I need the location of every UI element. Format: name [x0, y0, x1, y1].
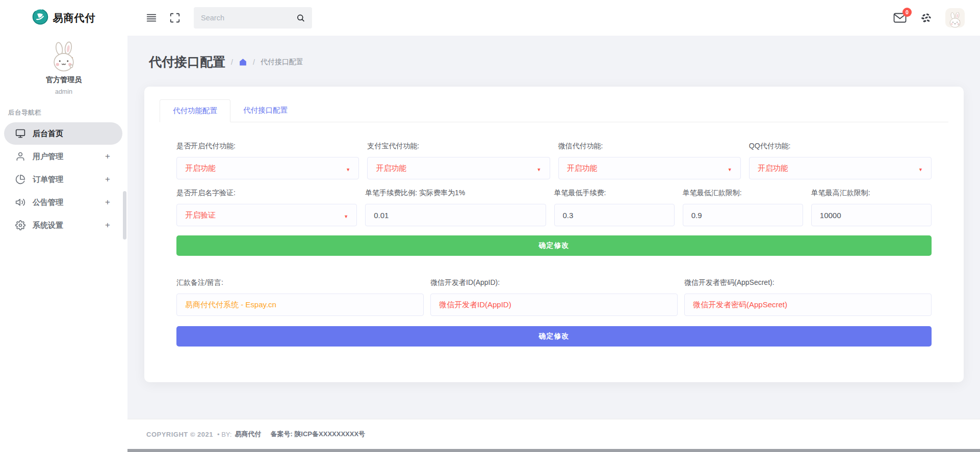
sidebar-item-dashboard[interactable]: 后台首页 [4, 122, 122, 145]
sidebar-menu: 后台首页 用户管理 + 订单管理 + 公告管理 [0, 122, 127, 236]
brand-name: 易商代付 [53, 11, 96, 25]
mail-badge: 0 [902, 8, 912, 17]
gear-icon [15, 220, 25, 230]
brand[interactable]: 易商代付 [0, 0, 127, 36]
sidebar-item-label: 后台首页 [33, 129, 63, 139]
sidebar-section-label: 后台导航栏 [0, 109, 127, 117]
min-fee-input[interactable] [554, 204, 675, 226]
field-wechat-payout: 微信代付功能: 开启功能 [558, 142, 741, 179]
chevron-down-icon [537, 164, 541, 173]
chevron-down-icon [346, 164, 350, 173]
field-label: 微信代付功能: [558, 142, 741, 151]
sidebar-scrollbar[interactable] [123, 191, 126, 240]
apps-icon[interactable] [920, 12, 932, 24]
field-label: 单笔最高汇款限制: [811, 189, 932, 198]
chevron-down-icon [728, 164, 732, 173]
fullscreen-icon[interactable] [169, 12, 180, 23]
sidebar: 易商代付 官方管理员 admin 后台导航栏 后台首页 用户管理 + [0, 0, 127, 452]
max-amount-input[interactable] [811, 204, 932, 226]
form-row-2: 是否开启名字验证: 开启验证 单笔手续费比例: 实际费率为1% 单笔最低手续费: [176, 189, 932, 226]
page-title: 代付接口配置 [149, 54, 225, 70]
sidebar-item-settings[interactable]: 系统设置 + [4, 214, 122, 236]
enable-payout-select[interactable]: 开启功能 [176, 157, 359, 179]
wechat-appid-input[interactable] [430, 294, 678, 316]
wechat-payout-select[interactable]: 开启功能 [558, 157, 741, 179]
wechat-appsecret-input[interactable] [684, 294, 932, 316]
footer-by-label: • BY: [217, 431, 231, 438]
field-label: 支付宝代付功能: [367, 142, 550, 151]
hamburger-menu-icon[interactable] [146, 12, 157, 23]
select-value: 开启功能 [567, 164, 598, 173]
select-value: 开启验证 [185, 210, 216, 220]
expand-plus-icon: + [105, 174, 110, 184]
brand-logo-icon [32, 9, 48, 27]
breadcrumb-current: 代付接口配置 [261, 58, 303, 67]
field-label: 是否开启名字验证: [176, 189, 357, 198]
top-navbar: 0 [127, 0, 980, 36]
sidebar-item-label: 系统设置 [33, 221, 63, 230]
user-icon [15, 151, 25, 162]
search-input[interactable] [201, 14, 296, 22]
desktop-icon [15, 128, 25, 139]
field-max-amount: 单笔最高汇款限制: [811, 189, 932, 226]
field-alipay-payout: 支付宝代付功能: 开启功能 [367, 142, 550, 179]
field-label: QQ代付功能: [749, 142, 932, 151]
remark-input[interactable] [176, 294, 424, 316]
sidebar-item-announcements[interactable]: 公告管理 + [4, 191, 122, 214]
field-label: 是否开启代付功能: [176, 142, 359, 151]
chevron-down-icon [344, 211, 348, 220]
sidebar-item-label: 订单管理 [33, 175, 63, 184]
tab-payout-interface-config[interactable]: 代付接口配置 [230, 99, 300, 122]
config-card: 代付功能配置 代付接口配置 是否开启代付功能: 开启功能 [144, 87, 964, 382]
sidebar-item-orders[interactable]: 订单管理 + [4, 168, 122, 191]
user-name: 官方管理员 [0, 75, 127, 85]
search-box [194, 7, 312, 29]
app-window: 易商代付 官方管理员 admin 后台导航栏 后台首页 用户管理 + [0, 0, 980, 452]
breadcrumb-separator: / [231, 58, 233, 66]
sidebar-item-label: 公告管理 [33, 198, 63, 207]
expand-plus-icon: + [105, 151, 110, 162]
confirm-modify-button-secondary[interactable]: 确定修改 [176, 326, 932, 347]
form-row-3: 汇款备注/留言: 微信开发者ID(AppID): 微信开发者密码(AppSecr… [176, 278, 932, 316]
sidebar-profile: 官方管理员 admin [0, 36, 127, 95]
sidebar-item-label: 用户管理 [33, 152, 63, 162]
field-label: 单笔最低手续费: [554, 189, 675, 198]
alipay-payout-select[interactable]: 开启功能 [367, 157, 550, 179]
field-label: 微信开发者ID(AppID): [430, 278, 678, 287]
field-enable-payout: 是否开启代付功能: 开启功能 [176, 142, 359, 179]
form-row-1: 是否开启代付功能: 开启功能 支付宝代付功能: 开启功能 [176, 142, 932, 179]
search-icon[interactable] [296, 13, 305, 22]
field-label: 单笔最低汇款限制: [683, 189, 803, 198]
sidebar-item-users[interactable]: 用户管理 + [4, 145, 122, 168]
user-avatar-small [946, 12, 964, 28]
page-header: 代付接口配置 / / 代付接口配置 [149, 54, 964, 70]
field-wechat-appid: 微信开发者ID(AppID): [430, 278, 678, 316]
chevron-down-icon [918, 164, 923, 173]
field-wechat-appsecret: 微信开发者密码(AppSecret): [684, 278, 932, 316]
field-remark: 汇款备注/留言: [176, 278, 424, 316]
confirm-modify-button-primary[interactable]: 确定修改 [176, 235, 932, 256]
footer-copyright: COPYRIGHT © 2021 [146, 431, 213, 438]
tab-bar: 代付功能配置 代付接口配置 [160, 99, 948, 122]
field-label: 微信开发者密码(AppSecret): [684, 278, 932, 287]
field-fee-ratio: 单笔手续费比例: 实际费率为1% [365, 189, 546, 226]
field-min-fee: 单笔最低手续费: [554, 189, 675, 226]
fee-ratio-input[interactable] [365, 204, 546, 226]
field-min-amount: 单笔最低汇款限制: [683, 189, 803, 226]
breadcrumb-separator: / [253, 58, 255, 66]
select-value: 开启功能 [758, 164, 788, 173]
qq-payout-select[interactable]: 开启功能 [749, 157, 932, 179]
min-amount-input[interactable] [683, 204, 803, 226]
tab-content: 是否开启代付功能: 开启功能 支付宝代付功能: 开启功能 [160, 122, 948, 369]
pie-chart-icon [15, 174, 25, 184]
messages-button[interactable]: 0 [893, 12, 907, 24]
user-avatar [42, 41, 85, 72]
name-verify-select[interactable]: 开启验证 [176, 204, 357, 226]
navbar-avatar[interactable] [945, 8, 965, 28]
select-value: 开启功能 [185, 164, 216, 173]
field-label: 单笔手续费比例: 实际费率为1% [365, 189, 546, 198]
footer-brand: 易商代付 [235, 430, 261, 439]
home-icon[interactable] [239, 58, 247, 66]
tab-payout-function-config[interactable]: 代付功能配置 [160, 99, 230, 122]
field-qq-payout: QQ代付功能: 开启功能 [749, 142, 932, 179]
